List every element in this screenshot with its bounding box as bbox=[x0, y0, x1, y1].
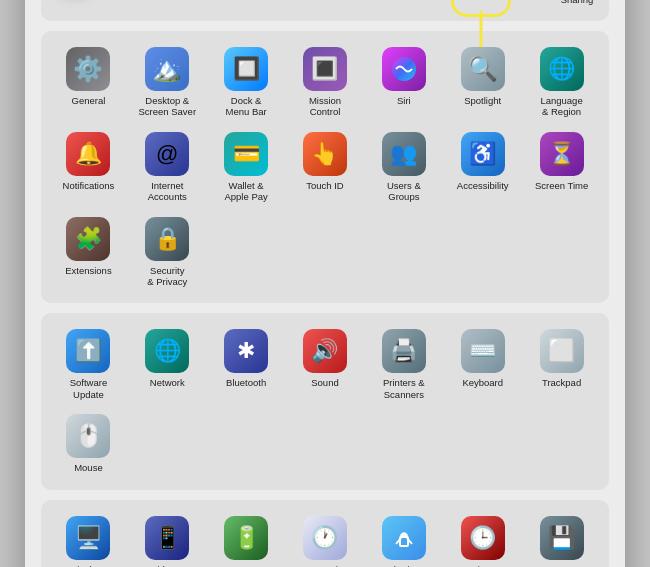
pref-extensions[interactable]: 🧩 Extensions bbox=[49, 211, 128, 294]
keyboard-icon: ⌨️ bbox=[461, 329, 505, 373]
time-machine-icon: 🕒 bbox=[461, 516, 505, 560]
software-update-label: SoftwareUpdate bbox=[70, 377, 108, 400]
displays-label: Displays bbox=[70, 564, 106, 567]
pref-users-groups[interactable]: 👥 Users &Groups bbox=[364, 126, 443, 209]
hardware-grid: ⬆️ SoftwareUpdate 🌐 Network ✱ Bluetooth bbox=[49, 323, 601, 479]
sidecar-label: Sidecar bbox=[151, 564, 183, 567]
accessibility-label: Accessibility bbox=[457, 180, 509, 191]
sharing2-label: Sharing bbox=[387, 564, 420, 567]
mouse-icon: 🖱️ bbox=[66, 414, 110, 458]
pref-sidecar[interactable]: 📱 Sidecar bbox=[128, 510, 207, 567]
pref-bluetooth[interactable]: ✱ Bluetooth bbox=[207, 323, 286, 406]
sound-icon: 🔊 bbox=[303, 329, 347, 373]
pref-time-machine[interactable]: 🕒 TimeMachine bbox=[443, 510, 522, 567]
trackpad-icon: ⬜ bbox=[540, 329, 584, 373]
battery-icon: 🔋 bbox=[224, 516, 268, 560]
mission-control-label: MissionControl bbox=[309, 95, 341, 118]
pref-mouse[interactable]: 🖱️ Mouse bbox=[49, 408, 128, 479]
extensions-icon: 🧩 bbox=[66, 217, 110, 261]
pref-family-sharing[interactable]: 👨‍👩‍👧 FamilySharing bbox=[553, 0, 601, 11]
startup-disk-label: StartupDisk bbox=[546, 564, 577, 567]
screen-time-label: Screen Time bbox=[535, 180, 588, 191]
startup-disk-icon: 💾 bbox=[540, 516, 584, 560]
wallet-applepay-icon: 💳 bbox=[224, 132, 268, 176]
sound-label: Sound bbox=[311, 377, 338, 388]
pref-notifications[interactable]: 🔔 Notifications bbox=[49, 126, 128, 209]
system-preferences-window: ‹ › ⊞ System Preferences 🔍 bbox=[25, 0, 625, 567]
desktop-screensaver-label: Desktop &Screen Saver bbox=[138, 95, 196, 118]
pref-language-region[interactable]: 🌐 Language& Region bbox=[522, 41, 601, 124]
pref-desktop-screensaver[interactable]: 🏔️ Desktop &Screen Saver bbox=[128, 41, 207, 124]
software-update-icon: ⬆️ bbox=[66, 329, 110, 373]
pref-printers-scanners[interactable]: 🖨️ Printers &Scanners bbox=[364, 323, 443, 406]
users-groups-icon: 👥 bbox=[382, 132, 426, 176]
printers-scanners-label: Printers &Scanners bbox=[383, 377, 425, 400]
accessibility-icon: ♿ bbox=[461, 132, 505, 176]
security-privacy-icon: 🔒 bbox=[145, 217, 189, 261]
sharing2-icon bbox=[382, 516, 426, 560]
keyboard-label: Keyboard bbox=[462, 377, 503, 388]
touch-id-icon: 👆 bbox=[303, 132, 347, 176]
language-region-label: Language& Region bbox=[540, 95, 582, 118]
extensions-label: Extensions bbox=[65, 265, 111, 276]
pref-apple-id[interactable]: Apple ID bbox=[505, 0, 553, 11]
spotlight-label: Spotlight bbox=[464, 95, 501, 106]
preferences-content: Sharing Apple ID 👨‍👩‍👧 bbox=[25, 0, 625, 567]
pref-wallet-applepay[interactable]: 💳 Wallet &Apple Pay bbox=[207, 126, 286, 209]
network-icon: 🌐 bbox=[145, 329, 189, 373]
pref-dock-menubar[interactable]: 🔲 Dock &Menu Bar bbox=[207, 41, 286, 124]
screen-time-icon: ⏳ bbox=[540, 132, 584, 176]
pref-mission-control[interactable]: 🔳 MissionControl bbox=[286, 41, 365, 124]
general-grid: ⚙️ General 🏔️ Desktop &Screen Saver 🔲 Do… bbox=[49, 41, 601, 293]
pref-siri[interactable]: Siri bbox=[364, 41, 443, 124]
users-groups-label: Users &Groups bbox=[387, 180, 421, 203]
printers-scanners-icon: 🖨️ bbox=[382, 329, 426, 373]
internet-accounts-label: InternetAccounts bbox=[148, 180, 187, 203]
touch-id-label: Touch ID bbox=[306, 180, 344, 191]
pref-battery[interactable]: 🔋 Battery bbox=[207, 510, 286, 567]
time-machine-label: TimeMachine bbox=[465, 564, 501, 567]
system-grid: 🖥️ Displays 📱 Sidecar 🔋 Battery bbox=[49, 510, 601, 567]
siri-icon bbox=[382, 47, 426, 91]
pref-internet-accounts[interactable]: @ InternetAccounts bbox=[128, 126, 207, 209]
displays-icon: 🖥️ bbox=[66, 516, 110, 560]
pref-general[interactable]: ⚙️ General bbox=[49, 41, 128, 124]
general-label: General bbox=[72, 95, 106, 106]
pref-displays[interactable]: 🖥️ Displays bbox=[49, 510, 128, 567]
pref-screen-time[interactable]: ⏳ Screen Time bbox=[522, 126, 601, 209]
language-region-icon: 🌐 bbox=[540, 47, 584, 91]
section-general: ⚙️ General 🏔️ Desktop &Screen Saver 🔲 Do… bbox=[41, 31, 609, 303]
mission-control-icon: 🔳 bbox=[303, 47, 347, 91]
notifications-label: Notifications bbox=[63, 180, 115, 191]
pref-sound[interactable]: 🔊 Sound bbox=[286, 323, 365, 406]
mouse-label: Mouse bbox=[74, 462, 103, 473]
pref-startup-disk[interactable]: 💾 StartupDisk bbox=[522, 510, 601, 567]
notifications-icon: 🔔 bbox=[66, 132, 110, 176]
pref-touch-id[interactable]: 👆 Touch ID bbox=[286, 126, 365, 209]
section-system: 🖥️ Displays 📱 Sidecar 🔋 Battery bbox=[41, 500, 609, 567]
internet-accounts-icon: @ bbox=[145, 132, 189, 176]
pref-date-time[interactable]: 🕐 Date & Time bbox=[286, 510, 365, 567]
general-icon: ⚙️ bbox=[66, 47, 110, 91]
desktop-screensaver-icon: 🏔️ bbox=[145, 47, 189, 91]
pref-sharing2[interactable]: Sharing bbox=[364, 510, 443, 567]
pref-spotlight[interactable]: 🔍 Spotlight bbox=[443, 41, 522, 124]
pref-security-privacy[interactable]: 🔒 Security& Privacy bbox=[128, 211, 207, 294]
pref-sharing-highlight[interactable]: Sharing bbox=[457, 0, 505, 11]
pref-trackpad[interactable]: ⬜ Trackpad bbox=[522, 323, 601, 406]
siri-label: Siri bbox=[397, 95, 411, 106]
date-time-label: Date & Time bbox=[299, 564, 351, 567]
pref-keyboard[interactable]: ⌨️ Keyboard bbox=[443, 323, 522, 406]
security-privacy-label: Security& Privacy bbox=[147, 265, 187, 288]
pref-software-update[interactable]: ⬆️ SoftwareUpdate bbox=[49, 323, 128, 406]
pref-network[interactable]: 🌐 Network bbox=[128, 323, 207, 406]
profile-row[interactable]: Sharing Apple ID 👨‍👩‍👧 bbox=[41, 0, 609, 21]
bluetooth-icon: ✱ bbox=[224, 329, 268, 373]
trackpad-label: Trackpad bbox=[542, 377, 581, 388]
bluetooth-label: Bluetooth bbox=[226, 377, 266, 388]
pref-accessibility[interactable]: ♿ Accessibility bbox=[443, 126, 522, 209]
dock-menubar-label: Dock &Menu Bar bbox=[226, 95, 267, 118]
dock-menubar-icon: 🔲 bbox=[224, 47, 268, 91]
wallet-applepay-label: Wallet &Apple Pay bbox=[224, 180, 267, 203]
date-time-icon: 🕐 bbox=[303, 516, 347, 560]
